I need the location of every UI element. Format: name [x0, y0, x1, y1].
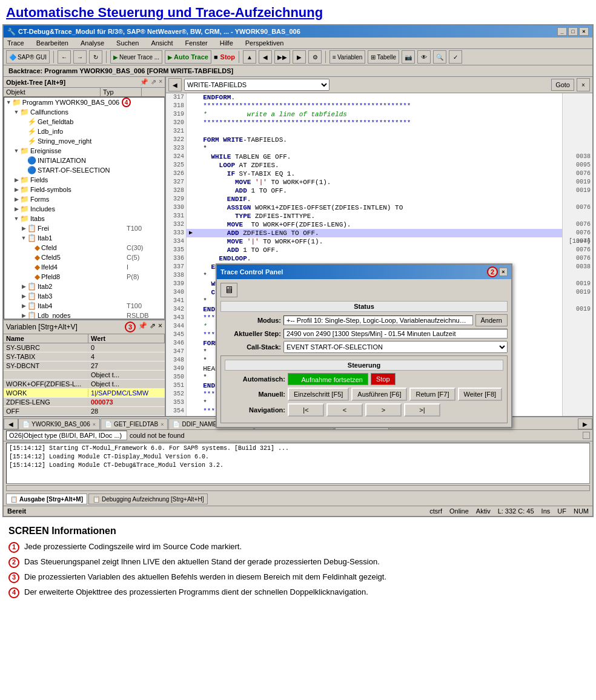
refresh-button[interactable]: ↻ [89, 50, 102, 64]
arrow-indicator [189, 415, 195, 416]
tab-form-icon-left[interactable]: ◀ [4, 418, 18, 429]
tree-col-headers: Objekt Typ [4, 88, 165, 97]
menu-trace[interactable]: Trace [6, 39, 25, 47]
steuerung-section: Steuerung Automatisch: ▶ Aufnahme fortse… [220, 355, 508, 423]
nav-next-button[interactable]: > [365, 403, 402, 417]
right-line-number [563, 373, 592, 381]
tree-item[interactable]: ▶ 📁 Field-symbols [4, 185, 164, 194]
menu-bearbeiten[interactable]: Bearbeiten [35, 39, 70, 47]
camera-button[interactable]: 📷 [402, 50, 415, 64]
log-scroll-track[interactable] [6, 485, 590, 491]
tree-item[interactable]: ◆ Cfeld C(30) [4, 243, 164, 253]
callstack-dropdown[interactable]: EVENT START-OF-SELECTION [283, 341, 508, 353]
check-button[interactable]: ✓ [449, 50, 462, 64]
code-close-button[interactable]: × [577, 78, 590, 91]
menu-fenster[interactable]: Fenster [184, 39, 208, 47]
settings-button[interactable]: ⚙ [308, 50, 322, 64]
tree-item[interactable]: ▶ 📋 Frei T100 [4, 223, 164, 233]
forward-button[interactable]: → [73, 50, 87, 64]
arrow-up-button[interactable]: ▲ [243, 50, 256, 64]
panel-close-button[interactable]: × [159, 78, 162, 86]
line-number: 350 [166, 373, 186, 381]
tree-item[interactable]: ▶ 📋 Ldb_nodes RSLDB [4, 311, 164, 319]
tree-item[interactable]: ▶ 📋 Itab4 T100 [4, 301, 164, 311]
tree-item[interactable]: ◆ Cfeld5 C(5) [4, 253, 164, 262]
var-float-icon[interactable]: ⇗ [150, 322, 156, 332]
tree-item[interactable]: ▶ 📁 Forms [4, 194, 164, 204]
search-button[interactable]: 🔍 [433, 50, 446, 64]
code-line [187, 127, 562, 136]
tree-item[interactable]: ▶ 📁 Includes [4, 204, 164, 214]
pin-icon[interactable]: 📌 [140, 78, 148, 86]
ausfuehren-button[interactable]: Ausführen [F6] [351, 388, 407, 401]
tab-close-icon[interactable]: × [93, 421, 96, 428]
nav-last-button[interactable]: >| [404, 403, 440, 417]
weiter-button[interactable]: Weiter [F8] [458, 388, 503, 401]
tree-item[interactable]: ▼ 📁 Callfunctions [4, 107, 164, 117]
tree-item[interactable]: ▶ 📁 Fields [4, 175, 164, 185]
tree-item[interactable]: ⚡ Get_fieldtab [4, 117, 164, 127]
log-area[interactable]: [15:14:12] Starting CT-Modul_Framework 6… [6, 443, 590, 484]
separator-2 [106, 51, 107, 63]
output-tab[interactable]: 📋 Debugging Aufzeichnung [Strg+Alt+H] [88, 494, 208, 504]
tree-item[interactable]: ⚡ Ldb_info [4, 127, 164, 136]
neuer-trace-button[interactable]: ▶ Neuer Trace ... [110, 50, 162, 64]
aktueller-step-label: Aktueller Step: [220, 330, 281, 337]
sap-gui-button[interactable]: 🔷 SAP® GUI [6, 50, 50, 64]
output-tab[interactable]: 📋 Ausgabe [Strg+Alt+M] [6, 494, 87, 504]
eye-button[interactable]: 👁 [417, 50, 431, 64]
auto-trace-button[interactable]: ▶ Auto Trace [165, 50, 211, 64]
tree-item[interactable]: ▼ 📋 Itab1 [4, 233, 164, 243]
return-button[interactable]: Return [F7] [409, 388, 455, 401]
var-close-button[interactable]: × [158, 322, 162, 332]
tree-item[interactable]: ◆ Ifeld4 I [4, 262, 164, 272]
tree-item[interactable]: ⚡ String_move_right [4, 136, 164, 146]
code-back-button[interactable]: ◀ [168, 78, 182, 91]
menu-analyse[interactable]: Analyse [79, 39, 105, 47]
back-button[interactable]: ← [58, 50, 71, 64]
tabelle-button[interactable]: ⊞ Tabelle [368, 50, 399, 64]
variablen-button[interactable]: ≡ Variablen [329, 50, 365, 64]
trace-panel-overlay: Trace Control Panel 2 × 🖥 Status [216, 263, 512, 428]
right-line-number: 0019 [563, 305, 592, 314]
tree-scroll-area[interactable]: ▼ 📁 Programm YWORK90_BAS_006 4 ▼ 📁 Callf… [4, 97, 165, 319]
form-select[interactable]: WRITE-TABFIELDS [184, 79, 329, 91]
tree-item[interactable]: ▼ 📁 Programm YWORK90_BAS_006 4 [4, 97, 164, 107]
trace-close-button[interactable]: × [499, 268, 508, 276]
tree-item[interactable]: ▼ 📁 Itabs [4, 214, 164, 223]
nav-first-button[interactable]: |< [288, 403, 324, 417]
stop-button[interactable]: Stop [371, 373, 396, 385]
tree-item[interactable]: ▶ 📋 Itab3 [4, 291, 164, 301]
tab-scroll-right[interactable]: ▶ [578, 418, 592, 429]
menu-hilfe[interactable]: Hilfe [219, 39, 234, 47]
tree-item[interactable]: ▼ 📁 Ereignisse [4, 146, 164, 156]
line-number: 324 [166, 153, 186, 161]
bottom-tab[interactable]: 📄 GET_FIELDTAB × [101, 418, 168, 429]
einzelschritt-button[interactable]: Einzelschritt [F5] [288, 388, 349, 401]
var-icon: ≡ [333, 54, 336, 61]
tree-item[interactable]: 🔵 INITIALIZATION [4, 156, 164, 165]
tree-item[interactable]: ◆ Pfeld8 P(8) [4, 272, 164, 282]
obj-type-scroll[interactable] [583, 432, 590, 439]
tree-item[interactable]: ▶ 📋 Itab2 [4, 282, 164, 291]
tab-close-icon[interactable]: × [161, 421, 164, 428]
var-pin-icon[interactable]: 📌 [138, 322, 147, 332]
menu-perspektiven[interactable]: Perspektiven [244, 39, 285, 47]
nav-btn-1[interactable]: ◀ [259, 50, 272, 64]
var-name-cell [4, 371, 88, 379]
maximize-button[interactable]: □ [568, 27, 578, 36]
tree-item[interactable]: 🔵 START-OF-SELECTION [4, 165, 164, 175]
nav-btn-2[interactable]: ▶▶ [274, 50, 290, 64]
nav-prev-button[interactable]: < [326, 403, 363, 417]
nav-btn-3[interactable]: ▶ [293, 50, 306, 64]
menu-suchen[interactable]: Suchen [115, 39, 140, 47]
goto-button[interactable]: Goto [551, 79, 574, 91]
float-icon[interactable]: ⇗ [151, 78, 156, 86]
aufnahme-button[interactable]: ▶ Aufnahme fortsetzen [288, 373, 368, 385]
minimize-button[interactable]: _ [557, 27, 567, 36]
menu-ansicht[interactable]: Ansicht [150, 39, 174, 47]
close-button[interactable]: × [579, 27, 589, 36]
bottom-tab[interactable]: 📄 YWORK90_BAS_006 × [18, 418, 100, 429]
arrow-indicator [189, 203, 195, 212]
aendern-button[interactable]: Ändern [475, 314, 508, 326]
